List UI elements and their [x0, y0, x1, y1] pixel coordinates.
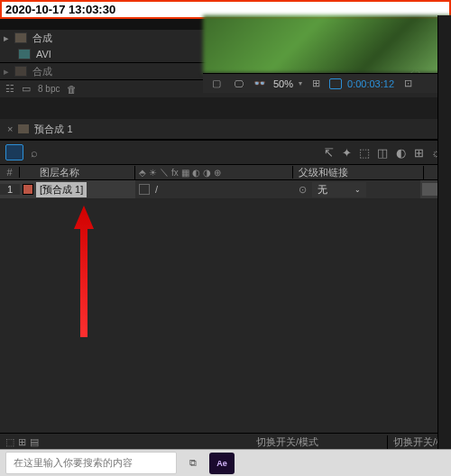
- task-view-icon[interactable]: ⧉: [180, 453, 206, 474]
- timeline-layer-row[interactable]: 1 [预合成 1] / ⊙ 无 ⌄: [0, 180, 451, 198]
- toggle-switches-icon[interactable]: ⬚: [5, 436, 14, 448]
- after-effects-taskbar-icon[interactable]: Ae: [209, 453, 235, 474]
- snapshot-icon[interactable]: ⊡: [400, 78, 416, 89]
- mask-icon[interactable]: 👓: [252, 78, 268, 89]
- project-item-label: 合成: [32, 32, 87, 45]
- parent-value: 无: [318, 183, 327, 197]
- motion-blur-icon[interactable]: ◐: [391, 146, 410, 160]
- comp-icon: [14, 32, 27, 43]
- annotation-arrow: [74, 206, 94, 337]
- panel-edge[interactable]: [437, 15, 451, 449]
- project-item-label: AVI: [36, 49, 90, 60]
- twirl-icon[interactable]: ▸: [4, 32, 9, 44]
- layer-index: 1: [0, 184, 20, 195]
- switch-label: ⊕: [214, 168, 221, 178]
- switch-label: ◑: [203, 168, 211, 178]
- timeline-toolbar: ⌕ ↸ ✦ ⬚ ◫ ◐ ⊞ ☼: [0, 141, 451, 164]
- monitor-icon[interactable]: ▢: [208, 78, 225, 89]
- display-icon[interactable]: 🖵: [230, 78, 246, 89]
- chevron-down-icon: ⌄: [354, 186, 361, 194]
- taskbar-search[interactable]: 在这里输入你要搜索的内容: [5, 452, 177, 474]
- camera-icon[interactable]: [329, 78, 342, 89]
- timeline-tab-name: 预合成 1: [34, 123, 72, 136]
- layer-name-cell[interactable]: [预合成 1]: [36, 182, 135, 197]
- comp-mini-flowchart-icon[interactable]: ↸: [319, 146, 337, 160]
- resolution-icon[interactable]: ⊞: [308, 78, 324, 89]
- bpc-button[interactable]: 8 bpc: [38, 84, 60, 94]
- switch-label: ▦: [181, 168, 189, 178]
- twirl-icon[interactable]: ▸: [4, 66, 9, 78]
- switch-label: fx: [171, 168, 179, 178]
- shy-icon[interactable]: ⬚: [355, 146, 373, 160]
- toggle-switches-label[interactable]: 切换开关/模式: [251, 435, 324, 449]
- interpret-icon[interactable]: ☷: [5, 83, 14, 95]
- toggle-pane-icon[interactable]: ▤: [30, 436, 39, 448]
- layer-name: [预合成 1]: [36, 182, 87, 197]
- comp-icon: [18, 124, 29, 133]
- timeline-footer: ⬚ ⊞ ▤ 切换开关/模式 切换开关/模: [0, 433, 451, 451]
- graph-editor-icon[interactable]: ⊞: [410, 146, 428, 160]
- switch-label: ◐: [192, 168, 200, 178]
- quality-switch[interactable]: /: [155, 184, 158, 195]
- layer-color-label[interactable]: [20, 184, 36, 195]
- timeline-tab[interactable]: × 预合成 1: [0, 119, 451, 139]
- folder-icon[interactable]: ▭: [22, 83, 31, 95]
- timecode-display[interactable]: [5, 144, 23, 160]
- col-parent[interactable]: 父级和链接: [293, 166, 424, 179]
- current-time[interactable]: 0:00:03:12: [347, 78, 394, 89]
- project-item-label: 合成: [32, 65, 87, 78]
- draft3d-icon[interactable]: ✦: [337, 146, 355, 160]
- toggle-modes-icon[interactable]: ⊞: [18, 436, 26, 448]
- label-color-icon: [23, 184, 33, 195]
- col-layer-name[interactable]: 图层名称: [36, 166, 135, 179]
- switch-label: ☀: [149, 168, 157, 178]
- switch-label: ＼: [160, 166, 169, 178]
- zoom-value[interactable]: 50%: [273, 78, 293, 89]
- col-index: #: [0, 167, 20, 178]
- timeline-columns-header: # 图层名称 ⬘ ☀ ＼ fx ▦ ◐ ◑ ⊕ 父级和链接: [0, 164, 451, 180]
- search-icon[interactable]: ⌕: [31, 146, 38, 160]
- composition-preview[interactable]: [203, 15, 451, 73]
- close-tab-icon[interactable]: ×: [7, 124, 13, 134]
- timeline-body[interactable]: [0, 198, 451, 433]
- layer-switches: /: [135, 180, 293, 198]
- trash-icon[interactable]: 🗑: [67, 84, 77, 95]
- frame-blend-icon[interactable]: ◫: [373, 146, 391, 160]
- pickwhip-icon[interactable]: ⊙: [299, 184, 307, 196]
- zoom-dropdown-icon[interactable]: ▾: [299, 79, 302, 87]
- preview-controls: ▢ 🖵 👓 50% ▾ ⊞ 0:00:03:12 ⊡: [203, 73, 451, 93]
- video-icon: [18, 49, 31, 60]
- switch-box[interactable]: [139, 184, 150, 195]
- switch-label: ⬘: [139, 168, 146, 178]
- comp-icon: [14, 66, 27, 77]
- layer-parent-cell: ⊙ 无 ⌄: [293, 180, 420, 198]
- windows-taskbar: 在这里输入你要搜索的内容 ⧉ Ae: [0, 449, 451, 476]
- col-switches: ⬘ ☀ ＼ fx ▦ ◐ ◑ ⊕: [135, 166, 293, 178]
- parent-dropdown[interactable]: 无 ⌄: [312, 182, 366, 197]
